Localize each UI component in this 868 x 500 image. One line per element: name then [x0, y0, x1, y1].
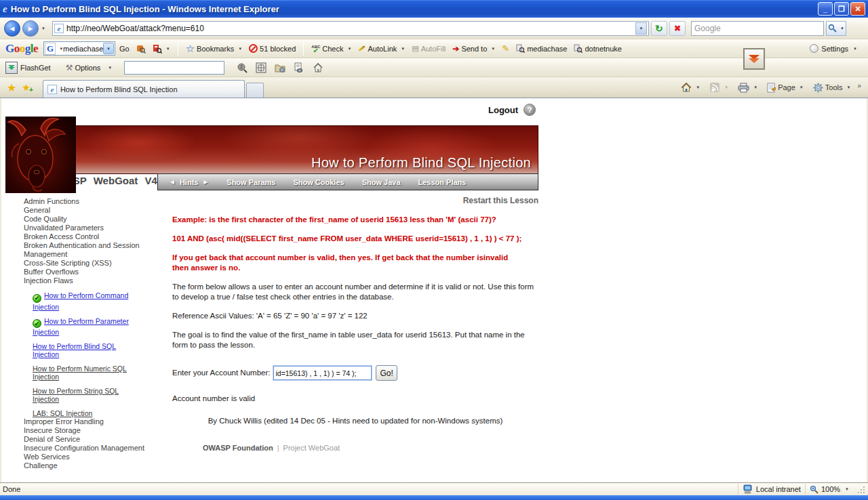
dotnetnuke-search-button[interactable]: dotnetnuke: [571, 43, 624, 54]
spellcheck-icon: ABC✔: [311, 45, 320, 52]
highlighter-button[interactable]: ✎: [499, 42, 512, 55]
send-to-icon: ➔: [452, 44, 459, 54]
footer-webgoat-link[interactable]: Project WebGoat: [283, 444, 340, 452]
google-go-button[interactable]: Go: [117, 43, 132, 54]
category-broken-access-control[interactable]: Broken Access Control: [24, 232, 153, 241]
help-icon[interactable]: ?: [524, 104, 536, 116]
page-icon: [767, 83, 776, 93]
flashget-options-button[interactable]: ⚒ Options▼: [63, 62, 115, 74]
mediachase-search-button[interactable]: mediachase: [513, 43, 570, 54]
autolink-button[interactable]: AutoLink▼: [355, 43, 408, 54]
lesson-link-parameter-injection[interactable]: How to Perform Parameter Injection: [33, 317, 129, 337]
popup-blocked-button[interactable]: 51 blocked: [246, 43, 298, 54]
menu-show-params[interactable]: Show Params: [226, 178, 275, 186]
lesson-link-string-sql-injection[interactable]: How to Perform String SQL Injection: [33, 387, 119, 403]
tools-menu-button[interactable]: Tools▼: [810, 81, 854, 94]
home-button[interactable]: ▼: [678, 81, 703, 94]
category-code-quality[interactable]: Code Quality: [24, 215, 153, 224]
tab-active[interactable]: e How to Perform Blind SQL Injection: [43, 80, 245, 98]
resize-grip[interactable]: [856, 484, 865, 494]
menu-lesson-plans[interactable]: Lesson Plans: [418, 178, 467, 186]
settings-button[interactable]: Settings: [821, 45, 848, 53]
security-zone-cell: Local intranet: [738, 484, 805, 495]
new-tab-button[interactable]: [246, 83, 264, 98]
close-button[interactable]: ✕: [850, 2, 865, 16]
flashget-capture-button[interactable]: [253, 61, 269, 75]
page-menu-button[interactable]: Page▼: [764, 81, 806, 94]
lesson-link-command-injection[interactable]: How to Perform Command Injection: [33, 291, 128, 311]
next-hint-arrow-icon[interactable]: ►: [202, 178, 209, 186]
autolink-wand-icon: [359, 45, 366, 51]
menu-show-cookies[interactable]: Show Cookies: [293, 178, 344, 186]
flashget-drop-zone[interactable]: [743, 48, 765, 70]
spellcheck-button[interactable]: ABC✔ Check▼: [309, 43, 354, 54]
add-favorite-button[interactable]: ★: [19, 81, 33, 94]
logout-link[interactable]: Logout: [488, 105, 518, 115]
lesson-content: Restart this Lesson Example: is the firs…: [172, 196, 538, 426]
favorites-center-button[interactable]: ★: [4, 80, 19, 96]
previous-hint-arrow-icon[interactable]: ◄: [169, 178, 176, 186]
flashget-download-page-button[interactable]: [291, 61, 307, 75]
lesson-link-numeric-sql-injection[interactable]: How to Perform Numeric SQL Injection: [33, 364, 127, 381]
stop-button[interactable]: ✖: [669, 21, 686, 36]
bookmarks-star-icon: ☆: [186, 43, 195, 55]
search-site-button[interactable]: [134, 43, 149, 55]
search-go-button[interactable]: ▼: [826, 21, 846, 36]
print-button[interactable]: ▼: [735, 81, 760, 94]
home-icon: [681, 82, 692, 93]
flashget-home-button[interactable]: [310, 61, 326, 75]
footer-owasp-link[interactable]: OWASP Foundation: [203, 444, 273, 452]
search-options-button[interactable]: ▼: [150, 43, 173, 55]
category-general[interactable]: General: [24, 206, 153, 215]
forward-button[interactable]: ►: [22, 20, 39, 37]
minimize-button[interactable]: _: [818, 2, 833, 16]
menu-hints[interactable]: Hints: [180, 178, 199, 186]
flashget-url-input[interactable]: [124, 61, 224, 75]
restart-lesson-link[interactable]: Restart this Lesson: [172, 196, 538, 206]
category-admin-functions[interactable]: Admin Functions: [24, 197, 153, 206]
category-challenge[interactable]: Challenge: [24, 461, 153, 470]
category-unvalidated-parameters[interactable]: Unvalidated Parameters: [24, 224, 153, 232]
google-search-combo[interactable]: G▼ mediachase ▼: [43, 41, 115, 56]
search-input[interactable]: [694, 24, 821, 33]
category-insecure-storage[interactable]: Insecure Storage: [24, 426, 153, 435]
toolbar-overflow-chevron-icon[interactable]: »: [857, 82, 861, 89]
address-dropdown-button[interactable]: ▼: [635, 22, 647, 35]
options-hammer-icon: ⚒: [66, 63, 73, 72]
category-denial-of-service[interactable]: Denial of Service: [24, 435, 153, 444]
history-dropdown-arrow-icon[interactable]: ▼: [41, 26, 45, 30]
flashget-label[interactable]: FlashGet: [20, 64, 51, 72]
category-buffer-overflows[interactable]: Buffer Overflows: [24, 268, 153, 276]
category-improper-error-handling[interactable]: Improper Error Handling: [24, 417, 153, 426]
zoom-dropdown-arrow-icon[interactable]: ▼: [845, 487, 849, 491]
back-button[interactable]: ◄: [4, 20, 20, 37]
category-xss[interactable]: Cross-Site Scripting (XSS): [24, 259, 153, 268]
send-to-button[interactable]: ➔ Send to▼: [450, 43, 498, 55]
flashget-site-explorer-button[interactable]: [234, 61, 250, 75]
lesson-link-blind-sql-injection[interactable]: How to Perform Blind SQL Injection: [33, 342, 116, 358]
refresh-button[interactable]: ↻: [651, 21, 667, 36]
search-options-arrow-icon[interactable]: ▼: [840, 26, 844, 30]
combo-dropdown-button[interactable]: ▼: [103, 43, 114, 54]
flashget-toolbar: FlashGet ⚒ Options▼: [0, 58, 868, 77]
restore-button[interactable]: ❐: [834, 2, 849, 16]
category-broken-authentication[interactable]: Broken Authentication and Session Manage…: [24, 241, 153, 259]
zoom-control[interactable]: 100% ▼: [805, 484, 853, 495]
autofill-button[interactable]: ▤ AutoFill: [409, 43, 448, 54]
bookmarks-button[interactable]: ☆ Bookmarks▼: [183, 41, 245, 56]
category-web-services[interactable]: Web Services: [24, 453, 153, 461]
page-search-icon: [153, 44, 162, 54]
example-heading: Example: is the first character of the f…: [172, 215, 522, 225]
dropdown-arrow-icon: ▼: [846, 85, 850, 89]
account-number-input[interactable]: [273, 366, 372, 380]
dropdown-arrow-icon: ▼: [696, 85, 700, 89]
feeds-button[interactable]: ▼: [707, 81, 731, 94]
goal-paragraph: The goal is to find the value of the fir…: [172, 330, 538, 350]
address-input[interactable]: [66, 24, 633, 33]
category-insecure-configuration[interactable]: Insecure Configuration Management: [24, 444, 153, 453]
go-button[interactable]: Go!: [376, 365, 397, 381]
flashget-downloads-folder-button[interactable]: [272, 61, 288, 75]
menu-show-java[interactable]: Show Java: [362, 178, 401, 186]
lesson-link-lab-sql-injection[interactable]: LAB: SQL Injection: [33, 409, 92, 417]
category-injection-flaws[interactable]: Injection Flaws: [24, 276, 153, 285]
